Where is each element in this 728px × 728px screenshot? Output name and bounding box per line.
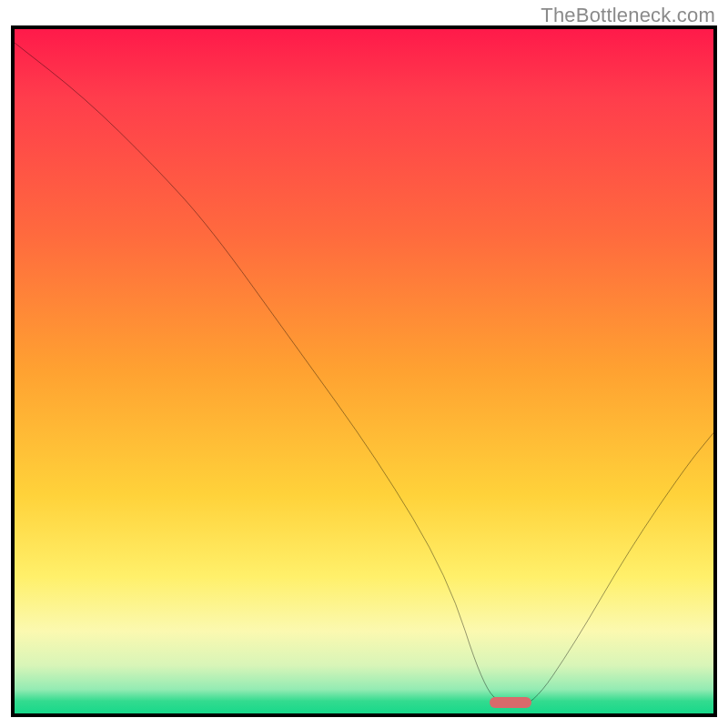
- plot-area: [11, 25, 717, 717]
- bottleneck-curve: [15, 29, 713, 713]
- chart-frame: TheBottleneck.com: [0, 0, 728, 728]
- minimum-marker: [490, 697, 531, 708]
- watermark-text: TheBottleneck.com: [541, 4, 715, 27]
